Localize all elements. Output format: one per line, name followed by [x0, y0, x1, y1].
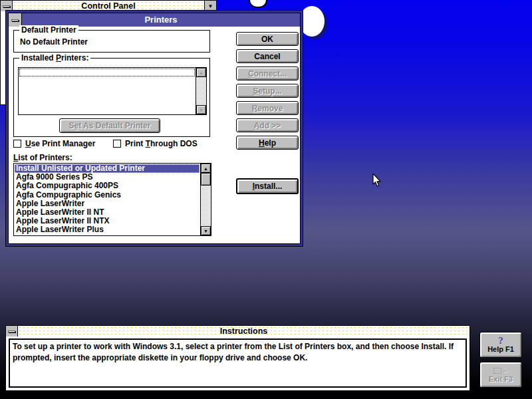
control-menu-icon: [11, 19, 19, 21]
mouse-cursor-icon: [372, 174, 382, 188]
group-label: Installed Printers:: [19, 53, 90, 63]
control-menu-icon: [8, 331, 15, 332]
scroll-down-button[interactable]: ▼: [201, 226, 211, 235]
control-menu-button[interactable]: [9, 13, 22, 27]
list-of-printers-label: List of Printers:: [13, 153, 72, 162]
instructions-titlebar[interactable]: Instructions: [6, 326, 469, 336]
minimize-icon: ▼: [208, 3, 213, 9]
ok-button[interactable]: OK: [236, 32, 299, 46]
group-label: Default Printer: [19, 25, 78, 35]
printer-list: Install Unlisted or Updated PrinterAgfa …: [15, 164, 200, 235]
printers-titlebar[interactable]: Printers: [9, 13, 300, 27]
help-f1-button[interactable]: ? Help F1: [479, 332, 522, 358]
setup-logo-fragment: [249, 0, 267, 8]
installed-printers-group: Installed Printers: ▲ ▼ Set As Default P…: [13, 58, 210, 137]
cancel-button[interactable]: Cancel: [236, 49, 299, 63]
scroll-up-button[interactable]: ▲: [201, 164, 211, 173]
dialog-title: Printers: [22, 13, 300, 27]
setup-button[interactable]: Setup...: [236, 84, 299, 98]
help-f1-label: Help F1: [487, 345, 514, 353]
printer-list-item[interactable]: Apple LaserWriter: [15, 200, 200, 208]
printer-listbox-scrollbar[interactable]: ▲ ▼: [200, 164, 211, 235]
instructions-text: To set up a printer to work with Windows…: [9, 338, 467, 388]
default-printer-group: Default Printer No Default Printer: [13, 30, 210, 53]
printers-dialog: Printers Default Printer No Default Prin…: [5, 10, 303, 247]
exit-f3-label: Exit F3: [489, 375, 513, 383]
set-as-default-printer-button[interactable]: Set As Default Printer: [59, 118, 160, 133]
exit-icon: ←: [493, 366, 508, 374]
checkbox-label: Use Print Manager: [25, 139, 95, 148]
checkbox-label: Print Through DOS: [125, 139, 198, 148]
setup-desktop: Control Panel ▼ Printers Default Printer…: [0, 0, 532, 399]
control-menu-icon: [3, 5, 10, 7]
installed-printers-listbox[interactable]: ▲ ▼: [18, 67, 207, 115]
scrollbar-thumb[interactable]: [201, 173, 211, 186]
print-through-dos-checkbox-row: Print Through DOS: [113, 139, 198, 148]
print-through-dos-checkbox[interactable]: [113, 140, 121, 148]
printer-list-item[interactable]: Agfa Compugraphic 400PS: [15, 182, 200, 190]
use-print-manager-checkbox-row: Use Print Manager: [13, 139, 95, 148]
use-print-manager-checkbox[interactable]: [13, 140, 21, 148]
add-button[interactable]: Add >>: [236, 118, 299, 132]
remove-button[interactable]: Remove: [236, 101, 299, 115]
printer-listbox[interactable]: Install Unlisted or Updated PrinterAgfa …: [13, 163, 211, 236]
exit-f3-button[interactable]: ← Exit F3: [479, 362, 522, 388]
default-printer-value: No Default Printer: [20, 37, 88, 47]
installed-listbox-scrollbar[interactable]: ▲ ▼: [196, 68, 206, 114]
printer-list-item[interactable]: Agfa Compugraphic Genics: [15, 191, 200, 200]
window-title: Instructions: [18, 326, 469, 336]
listbox-focus-rect: [19, 68, 195, 76]
question-mark-icon: ?: [498, 336, 503, 345]
install-button[interactable]: Install...: [236, 178, 299, 194]
help-button[interactable]: Help: [236, 136, 299, 150]
scroll-up-button[interactable]: ▲: [196, 68, 206, 77]
scroll-down-button[interactable]: ▼: [196, 105, 206, 114]
printer-list-item[interactable]: Apple LaserWriter Plus: [15, 225, 200, 234]
instructions-window: Instructions To set up a printer to work…: [5, 325, 470, 391]
connect-button[interactable]: Connect...: [236, 66, 299, 80]
control-menu-button[interactable]: [6, 326, 18, 336]
